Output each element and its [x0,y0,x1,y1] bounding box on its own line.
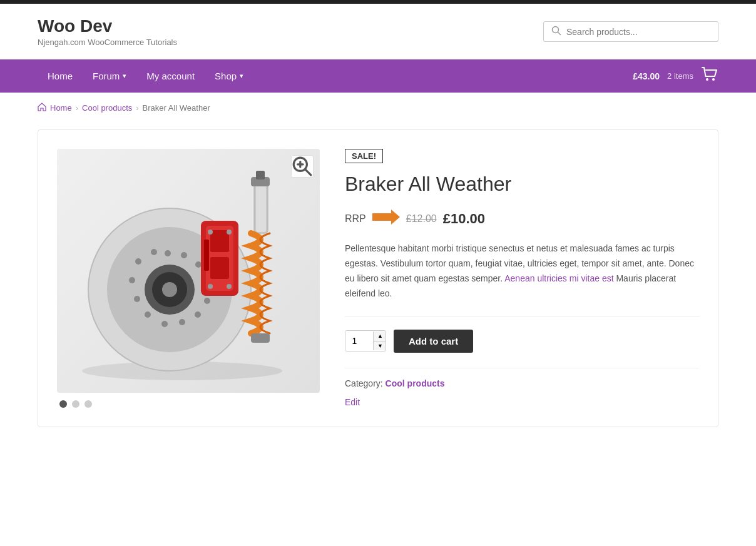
quantity-input-group: 1 ▲ ▼ [345,331,386,351]
product-description: Pellentesque habitant morbi tristique se… [345,241,699,301]
breadcrumb: Home › Cool products › Braker All Weathe… [0,93,756,123]
site-branding: Woo Dev Njengah.com WooCommerce Tutorial… [38,16,177,47]
nav-shop[interactable]: Shop ▾ [205,59,253,93]
svg-rect-27 [204,240,209,271]
rrp-label: RRP [345,213,366,225]
product-card: SALE! Braker All Weather RRP £12.00 £10.… [38,129,718,427]
carousel-dot-3[interactable] [84,400,92,408]
category-row: Category: Cool products [345,378,699,388]
quantity-wrapper: 1 ▲ ▼ [345,330,386,351]
svg-point-15 [161,321,168,327]
svg-rect-33 [256,185,266,232]
svg-point-13 [134,296,140,302]
nav-forum[interactable]: Forum ▾ [83,59,136,93]
svg-point-20 [195,261,202,268]
product-title: Braker All Weather [345,172,699,196]
svg-point-3 [712,78,715,81]
product-info: SALE! Braker All Weather RRP £12.00 £10.… [345,149,699,408]
breadcrumb-home-link[interactable]: Home [50,103,72,113]
svg-rect-26 [210,257,229,279]
forum-dropdown-icon: ▾ [123,72,126,80]
description-link[interactable]: Aenean ultricies mi vitae est [504,273,613,283]
svg-rect-35 [256,171,265,179]
cart-area: £43.00 2 items [633,66,718,86]
svg-line-38 [305,169,311,175]
breadcrumb-sep-1: › [76,103,78,113]
cart-total: £43.00 [633,71,660,81]
svg-point-31 [227,284,232,289]
site-title: Woo Dev [38,16,177,36]
search-input[interactable] [566,27,710,37]
carousel-dot-2[interactable] [72,400,79,408]
svg-point-16 [179,319,185,325]
quantity-down-button[interactable]: ▼ [374,341,386,351]
carousel-dots [57,400,320,408]
svg-point-21 [181,252,187,258]
svg-point-2 [706,78,708,81]
svg-point-28 [208,230,213,235]
category-label: Category: [345,378,383,388]
nav-my-account[interactable]: My account [136,59,205,93]
svg-point-22 [165,250,171,256]
breadcrumb-sep-2: › [136,103,138,113]
svg-point-17 [195,311,201,318]
svg-point-11 [135,258,141,265]
svg-point-12 [129,277,135,283]
price-original: £12.00 [406,213,437,225]
site-subtitle: Njengah.com WooCommerce Tutorials [38,38,177,47]
header: Woo Dev Njengah.com WooCommerce Tutorial… [0,4,756,59]
svg-point-14 [145,311,151,318]
quantity-up-button[interactable]: ▲ [374,331,386,341]
edit-link[interactable]: Edit [345,397,360,407]
svg-point-9 [162,282,177,297]
home-icon [38,103,46,113]
product-illustration [69,158,307,383]
breadcrumb-category-link[interactable]: Cool products [82,103,132,113]
svg-marker-41 [372,210,400,225]
main-nav: Home Forum ▾ My account Shop ▾ £43.00 2 … [0,59,756,93]
svg-point-30 [208,284,213,289]
shop-dropdown-icon: ▾ [240,72,243,80]
cart-item-count: 2 items [667,71,693,81]
search-icon [551,26,561,38]
add-to-cart-button[interactable]: Add to cart [394,330,473,353]
svg-point-18 [204,298,210,304]
main-content: SALE! Braker All Weather RRP £12.00 £10.… [0,123,756,452]
svg-rect-36 [251,333,270,343]
svg-point-29 [227,230,232,235]
divider-1 [345,316,699,317]
product-image-area [57,149,320,408]
sale-badge: SALE! [345,149,383,163]
price-row: RRP £12.00 £10.00 [345,208,699,229]
category-link[interactable]: Cool products [386,378,445,388]
quantity-input[interactable]: 1 [345,331,373,351]
svg-point-10 [151,249,157,255]
zoom-button[interactable] [291,155,314,178]
breadcrumb-current: Braker All Weather [143,103,210,113]
product-image [57,149,320,393]
svg-rect-25 [210,230,229,252]
svg-line-1 [558,33,561,35]
add-to-cart-row: 1 ▲ ▼ Add to cart [345,330,699,353]
divider-2 [345,368,699,368]
price-current: £10.00 [443,211,485,227]
price-arrow-icon [372,208,400,229]
search-box [543,21,718,42]
quantity-arrows: ▲ ▼ [373,331,386,351]
cart-icon[interactable] [701,66,718,86]
nav-home[interactable]: Home [38,59,83,93]
nav-items: Home Forum ▾ My account Shop ▾ [38,59,633,93]
carousel-dot-1[interactable] [59,400,67,408]
